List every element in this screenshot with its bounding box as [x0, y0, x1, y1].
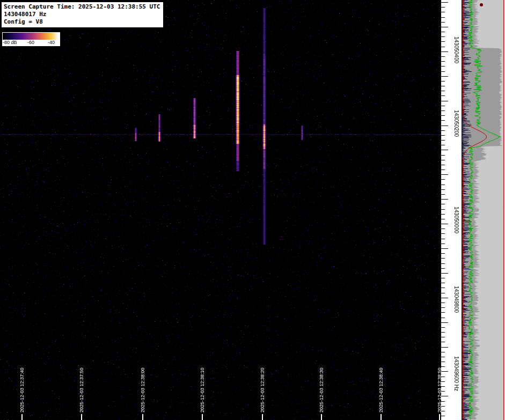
- time-tick-mark: [81, 414, 82, 420]
- time-tick-mark: [21, 414, 23, 420]
- time-tick-label: 2025-12-03 12:38:00: [140, 367, 145, 412]
- legend-labels: -80 dB -60 -40: [3, 40, 60, 46]
- frequency-tick-label: 143050000: [453, 207, 459, 233]
- time-tick-label: 2025-12-03 12:38:40: [378, 367, 384, 412]
- frequency-tick-label: 143049800: [453, 286, 459, 313]
- time-tick-mark: [380, 414, 382, 420]
- time-tick-label: 2025-12-03 12:38:20: [260, 367, 265, 412]
- colormap-gradient: [3, 33, 58, 40]
- time-tick-mark: [142, 414, 143, 420]
- frequency-tick-label: 143050200: [453, 110, 459, 137]
- time-tick-mark: [439, 414, 440, 420]
- axis-label-overlays: 2025-12-03 12:37:402025-12-03 12:37:5020…: [0, 0, 505, 420]
- time-tick-mark: [321, 414, 322, 420]
- legend-min-label: -80 dB: [3, 40, 17, 45]
- time-tick-label: 2025-12-03 12:38:10: [200, 367, 205, 412]
- frequency-tick-label: 143049600 Hz: [453, 356, 459, 391]
- center-frequency-text: 143048017 Hz: [4, 11, 160, 18]
- time-tick-label: 2025-12-03 12:38:50: [437, 367, 442, 412]
- spectrum-monitor-app: 2025-12-03 12:37:402025-12-03 12:37:5020…: [0, 0, 505, 420]
- time-tick-label: 2025-12-03 12:37:40: [19, 367, 25, 412]
- time-tick-mark: [262, 414, 263, 420]
- time-tick-mark: [202, 414, 203, 420]
- capture-time-text: Screen Capture Time: 2025-12-03 12:38:55…: [4, 3, 160, 11]
- legend-max-label: -40: [48, 40, 55, 45]
- frequency-tick-label: 143050400: [453, 36, 459, 63]
- capture-info-box: Screen Capture Time: 2025-12-03 12:38:55…: [1, 2, 164, 28]
- color-scale-legend: -80 dB -60 -40: [2, 32, 60, 46]
- time-tick-label: 2025-12-03 12:38:30: [319, 367, 324, 412]
- legend-mid-label: -60: [27, 40, 34, 45]
- config-text: Config = V8: [4, 18, 160, 26]
- time-tick-label: 2025-12-03 12:37:50: [79, 367, 84, 412]
